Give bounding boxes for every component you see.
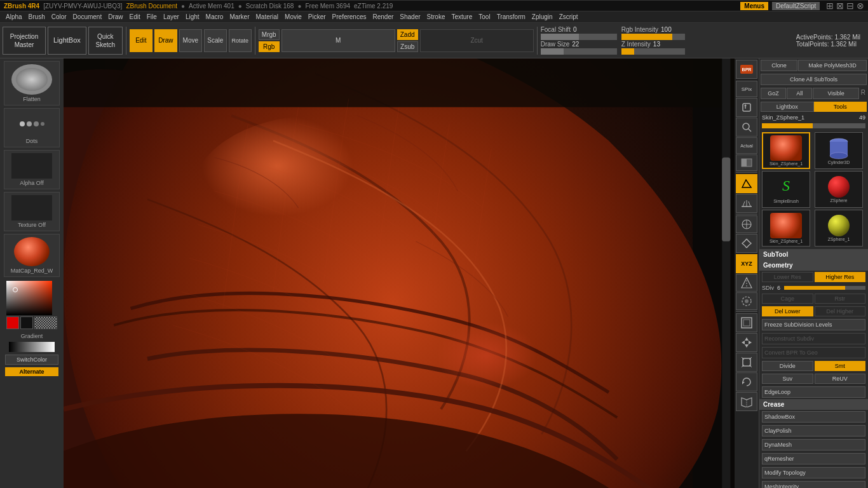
matcap-selector[interactable]: MatCap_Red_W <box>4 234 60 277</box>
nav-movie[interactable]: Movie <box>281 13 305 20</box>
menus-button[interactable]: Menus <box>740 2 768 10</box>
zsub-button[interactable]: Zsub <box>397 41 418 52</box>
flatten-brush[interactable]: Flatten <box>4 61 60 105</box>
default-script-button[interactable]: DefaultZScript <box>772 2 820 10</box>
skin-slider[interactable] <box>762 123 865 128</box>
nav-brush[interactable]: Brush <box>25 13 48 20</box>
nav-color[interactable]: Color <box>48 13 70 20</box>
nav-stroke[interactable]: Stroke <box>424 13 449 20</box>
color-picker[interactable] <box>5 280 58 330</box>
thumb-simplebrush[interactable]: S SimpleBrush <box>762 171 810 208</box>
lsym-button[interactable] <box>736 234 757 253</box>
rotate-tool-button[interactable] <box>736 372 757 391</box>
convert-bpr-button[interactable]: Convert BPR To Geo <box>762 347 865 358</box>
thumb-cylinder3d[interactable]: Cylinder3D <box>815 132 863 169</box>
zoom-button[interactable] <box>736 118 757 137</box>
meshintegrity-button[interactable]: MeshIntegrity <box>762 481 865 488</box>
bpr-button[interactable]: BPR <box>736 60 757 79</box>
scale-tool-button[interactable] <box>736 353 757 372</box>
focal-shift-slider[interactable] <box>541 34 617 40</box>
rstr-button[interactable]: Rstr <box>815 294 866 304</box>
draw-size-slider[interactable] <box>541 48 617 55</box>
nav-render[interactable]: Render <box>370 13 397 20</box>
scale-button[interactable]: Scale <box>204 29 227 52</box>
polyf-button[interactable] <box>736 392 757 411</box>
nav-tool[interactable]: Tool <box>475 13 493 20</box>
xyz-button[interactable]: XYZ <box>736 254 757 273</box>
gradient-swatch[interactable] <box>9 342 55 352</box>
geometry-section[interactable]: Geometry <box>759 260 868 271</box>
sym-button-2[interactable] <box>736 292 757 310</box>
mrgb-button[interactable]: Mrgb <box>259 29 280 40</box>
make-polymesh3d-button[interactable]: Make PolyMesh3D <box>798 60 867 71</box>
shadowbox-button[interactable]: ShadowBox <box>762 411 865 423</box>
sdiv-slider[interactable] <box>784 286 865 290</box>
persp-button[interactable] <box>736 174 757 193</box>
modify-topology-button[interactable]: Modify Topology <box>762 467 865 478</box>
actual-button[interactable]: Actual <box>736 137 757 154</box>
reconstruct-subdiv-button[interactable]: Reconstruct Subdiv <box>762 333 865 344</box>
zadd-button[interactable]: Zadd <box>397 29 418 40</box>
all-button[interactable]: All <box>787 88 812 99</box>
del-lower-button[interactable]: Del Lower <box>762 306 813 316</box>
nav-edit[interactable]: Edit <box>126 13 144 20</box>
move-tool-button[interactable] <box>736 333 757 352</box>
nav-file[interactable]: File <box>144 13 160 20</box>
sym-button-1[interactable] <box>736 274 757 292</box>
rotate-button[interactable]: Rotate <box>229 29 252 52</box>
clone-button[interactable]: Clone <box>761 60 797 71</box>
canvas-area[interactable]: ⟳ <box>64 58 735 488</box>
nav-zscript[interactable]: Zscript <box>556 13 581 20</box>
edit-button[interactable]: Edit <box>130 29 153 52</box>
nav-layer[interactable]: Layer <box>160 13 182 20</box>
smt-button[interactable]: Smt <box>815 361 866 371</box>
higher-res-button[interactable]: Higher Res <box>815 272 866 282</box>
crease-section[interactable]: Crease <box>759 399 868 410</box>
nav-picker[interactable]: Picker <box>305 13 329 20</box>
switch-color-button[interactable]: SwitchColor <box>5 355 58 365</box>
m-button[interactable]: M <box>281 29 395 52</box>
alternate-button[interactable]: Alternate <box>5 367 58 376</box>
zcut-button[interactable]: Zcut <box>420 29 534 52</box>
thumb-zsphere1[interactable]: ZSphere_1 <box>815 210 863 247</box>
thumb-skin-zsphere1[interactable]: Skin_ZSphere_1 <box>762 132 810 169</box>
nav-shader[interactable]: Shader <box>397 13 423 20</box>
nav-texture[interactable]: Texture <box>448 13 475 20</box>
clone-all-subtools-button[interactable]: Clone All SubTools <box>761 74 867 85</box>
del-higher-button[interactable]: Del Higher <box>815 306 866 316</box>
goz-button[interactable]: GoZ <box>761 88 786 99</box>
projection-master-button[interactable]: Projection Master <box>3 27 46 55</box>
freeze-subdiv-button[interactable]: Freeze SubDivision Levels <box>762 319 865 330</box>
nav-material[interactable]: Material <box>253 13 282 20</box>
local-button[interactable] <box>736 215 757 233</box>
subtool-section[interactable]: SubTool <box>759 249 868 260</box>
lightbox-nav-button[interactable]: Lightbox <box>761 102 814 112</box>
draw-button[interactable]: Draw <box>154 29 177 52</box>
quick-sketch-button[interactable]: Quick Sketch <box>88 27 123 55</box>
foreground-color[interactable] <box>6 316 19 329</box>
tools-nav-button[interactable]: Tools <box>814 102 867 112</box>
dynamesh-button[interactable]: DynaMesh <box>762 439 865 451</box>
spix-button[interactable]: SPix <box>736 81 757 97</box>
nav-document[interactable]: Document <box>70 13 105 20</box>
rgb-button[interactable]: Rgb <box>259 41 280 52</box>
divide-button[interactable]: Divide <box>762 361 813 371</box>
lightbox-button[interactable]: LightBox <box>48 27 86 55</box>
nav-alpha[interactable]: Alpha <box>3 13 25 20</box>
texture-selector[interactable]: Texture Off <box>4 192 60 231</box>
background-color[interactable] <box>20 316 33 329</box>
alpha-selector[interactable]: Alpha Off <box>4 150 60 189</box>
scroll-button[interactable] <box>736 98 757 117</box>
visible-button[interactable]: Visible <box>813 88 858 99</box>
aahalf-button[interactable] <box>736 154 757 171</box>
nav-macro[interactable]: Macro <box>203 13 227 20</box>
thumb-skin-zsphere1-b[interactable]: Skin_ZSphere_1 <box>762 210 810 247</box>
edgeloop-button[interactable]: EdgeLoop <box>762 386 865 398</box>
cage-button[interactable]: Cage <box>762 294 813 304</box>
frame-button[interactable] <box>736 313 757 332</box>
viewport[interactable]: ⟳ <box>64 58 735 488</box>
nav-transform[interactable]: Transform <box>494 13 529 20</box>
nav-preferences[interactable]: Preferences <box>329 13 370 20</box>
nav-light[interactable]: Light <box>182 13 203 20</box>
claypolish-button[interactable]: ClayPolish <box>762 425 865 437</box>
